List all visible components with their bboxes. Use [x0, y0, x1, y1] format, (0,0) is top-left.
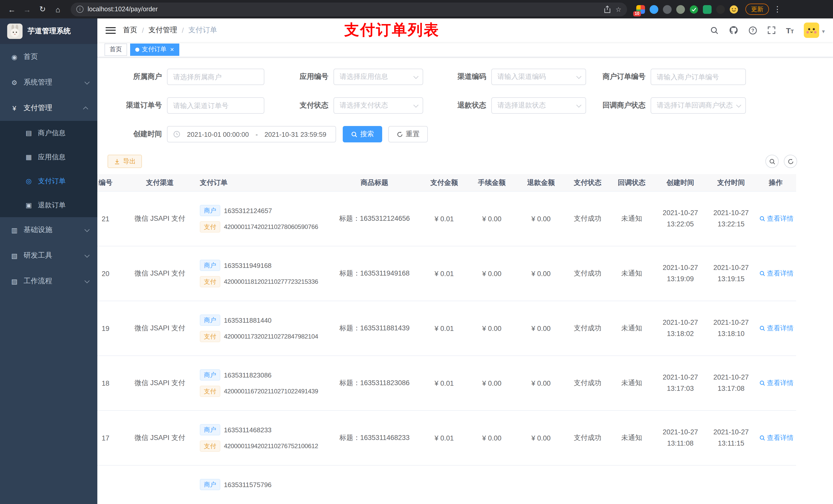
sidebar-subitem-merchant-info[interactable]: ▤ 商户信息 [0, 121, 97, 145]
page-title-annotation: 支付订单列表 [344, 20, 439, 41]
tags-view: 首页 支付订单 × [97, 42, 833, 57]
table-header-row: 编号 支付渠道 支付订单 商品标题 支付金额 手续金额 退款金额 支付状态 回调… [97, 174, 796, 192]
cell-pay-order: 商户 1635311575796 支付 [196, 479, 328, 504]
sidebar-subitem-app-info[interactable]: ▦ 应用信息 [0, 145, 97, 169]
tab-home[interactable]: 首页 [104, 43, 127, 55]
sidebar-item-label: 系统管理 [24, 78, 52, 87]
refresh-table-button[interactable] [784, 155, 797, 168]
tab-pay-order[interactable]: 支付订单 × [130, 43, 179, 55]
cell-fee: ¥ 0.00 [467, 434, 516, 442]
pay-status-select[interactable]: 请选择支付状态 [334, 97, 423, 114]
extension-icon[interactable] [703, 5, 712, 14]
tab-label: 支付订单 [142, 45, 166, 54]
channel-order-no-input[interactable] [167, 97, 264, 114]
cell-refund: ¥ 0.00 [516, 270, 566, 278]
view-detail-link[interactable]: 查看详情 [759, 324, 793, 333]
cell-pay-time: 2021-10-2713:18:10 [707, 317, 755, 340]
font-size-icon[interactable]: TT [786, 26, 794, 34]
breadcrumb-home[interactable]: 首页 [123, 26, 137, 35]
sidebar-item-payment[interactable]: ¥ 支付管理 [0, 95, 97, 121]
cell-fee: ¥ 0.00 [467, 379, 516, 387]
col-header-actions: 操作 [755, 178, 796, 187]
sidebar-item-label: 工作流程 [24, 277, 52, 286]
date-range-start[interactable]: 2021-10-01 00:00:00 [184, 130, 253, 138]
workflow-icon: ▨ [10, 278, 19, 285]
cell-status: 支付成功 [566, 433, 610, 442]
create-time-range-picker[interactable]: 2021-10-01 00:00:00 - 2021-10-31 23:59:5… [167, 126, 336, 142]
url-text[interactable]: localhost:1024/pay/order [88, 6, 600, 13]
search-button[interactable]: 搜索 [343, 126, 382, 142]
bookmark-star-icon[interactable]: ☆ [616, 5, 621, 13]
refresh-icon [787, 158, 794, 165]
chevron-down-icon [736, 102, 741, 107]
extension-icon[interactable] [649, 5, 658, 14]
chevron-down-icon [413, 102, 419, 107]
share-icon[interactable] [604, 5, 612, 13]
extension-icon[interactable] [663, 5, 672, 14]
channel-code-select[interactable]: 请输入渠道编码 [491, 69, 586, 85]
table-row: 19 微信 JSAPI 支付 商户 1635311881440 支付 42000… [97, 301, 796, 356]
sidebar-subitem-refund-order[interactable]: ▣ 退款订单 [0, 193, 97, 217]
help-icon[interactable]: ? [748, 26, 757, 34]
cell-title: 标题：1635311881439 [328, 324, 421, 333]
search-icon [769, 158, 776, 165]
refund-status-select[interactable]: 请选择退款状态 [491, 97, 586, 114]
browser-forward-icon[interactable]: → [21, 3, 34, 16]
toggle-search-button[interactable] [765, 155, 779, 168]
sidebar-item-infra[interactable]: ▥ 基础设施 [0, 217, 97, 243]
date-range-separator: - [256, 130, 258, 138]
page-info-icon[interactable]: i [76, 6, 84, 13]
logo-avatar [7, 24, 23, 39]
fullscreen-icon[interactable] [767, 26, 776, 34]
merchant-badge: 商户 [200, 205, 220, 216]
merchant-order-no-input[interactable] [651, 69, 746, 85]
app-logo[interactable]: 芋道管理系统 [0, 19, 97, 44]
export-button[interactable]: 导出 [108, 155, 142, 168]
sidebar-item-devtools[interactable]: ▧ 研发工具 [0, 243, 97, 268]
browser-home-icon[interactable]: ⌂ [51, 3, 65, 16]
search-icon [351, 131, 358, 138]
browser-menu-icon[interactable]: ⋮ [771, 5, 784, 14]
sidebar-item-system[interactable]: ⚙ 系统管理 [0, 70, 97, 95]
user-menu[interactable]: ▾ [804, 23, 825, 38]
view-detail-link[interactable]: 查看详情 [759, 214, 793, 223]
cell-notify: 未通知 [610, 433, 654, 442]
refresh-icon [397, 131, 403, 138]
cell-notify: 未通知 [610, 214, 654, 223]
extension-icon[interactable] [676, 5, 685, 14]
cell-actions: 查看详情 [755, 214, 796, 223]
sidebar-item-label: 退款订单 [38, 200, 66, 210]
browser-back-icon[interactable]: ← [5, 3, 19, 16]
date-range-end[interactable]: 2021-10-31 23:59:59 [261, 130, 330, 138]
sidebar-subitem-pay-order[interactable]: ◎ 支付订单 [0, 169, 97, 193]
close-icon[interactable]: × [170, 46, 174, 53]
view-detail-link[interactable]: 查看详情 [759, 433, 793, 442]
breadcrumb-payment[interactable]: 支付管理 [148, 26, 177, 35]
extension-pin-icon[interactable] [716, 5, 725, 14]
sidebar-item-home[interactable]: ◉ 首页 [0, 44, 97, 70]
merchant-input[interactable] [167, 69, 264, 85]
clock-icon [173, 130, 180, 138]
sidebar-toggle-icon[interactable] [105, 26, 116, 34]
browser-update-button[interactable]: 更新 [745, 4, 769, 15]
view-detail-link[interactable]: 查看详情 [759, 379, 793, 388]
browser-reload-icon[interactable]: ↻ [36, 3, 49, 16]
extension-icon[interactable]: 10 [636, 5, 645, 14]
chevron-down-icon [85, 278, 90, 283]
reset-button[interactable]: 重置 [388, 126, 428, 142]
extension-icon[interactable] [690, 5, 698, 14]
create-time-label: 创建时间 [108, 129, 167, 139]
search-icon[interactable] [710, 26, 719, 34]
address-bar[interactable]: i localhost:1024/pay/order ☆ [71, 2, 627, 16]
cell-refund: ¥ 0.00 [516, 434, 566, 442]
merchant-order-no: 1635312124657 [224, 207, 272, 214]
pay-order-no: 4200001167202110271022491439 [224, 388, 318, 395]
sidebar-item-workflow[interactable]: ▨ 工作流程 [0, 268, 97, 294]
merchant-label: 所属商户 [108, 72, 167, 81]
app-select[interactable]: 请选择应用信息 [334, 69, 423, 85]
notify-status-select[interactable]: 请选择订单回调商户状态 [651, 97, 746, 114]
cell-amount: ¥ 0.01 [421, 434, 467, 442]
github-icon[interactable] [729, 26, 738, 35]
view-detail-link[interactable]: 查看详情 [759, 269, 793, 278]
emoji-extension-icon[interactable] [730, 5, 738, 14]
